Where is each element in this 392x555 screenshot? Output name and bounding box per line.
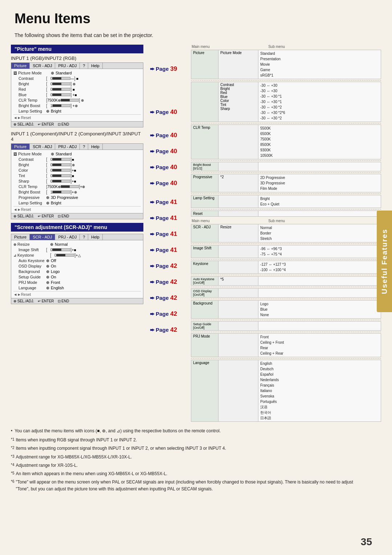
label-blue-1: Blue xyxy=(13,93,46,97)
tab-picture-3[interactable]: Picture xyxy=(11,234,30,240)
val-language: English xyxy=(51,286,64,290)
slider-blue-1[interactable] xyxy=(52,93,70,96)
slider-boost-2[interactable] xyxy=(52,191,70,193)
panel1-footer: ⊕ SEL./ADJ. ↵ ENTER ⊡ END xyxy=(11,121,143,127)
icon-b2: ⊕ xyxy=(72,163,75,167)
slider-sharp-2[interactable] xyxy=(52,180,70,183)
slider-tint-2[interactable] xyxy=(52,174,70,177)
panel1-header: Picture SCR - ADJ PRJ - ADJ ? Help xyxy=(11,63,143,69)
slider-imgshift[interactable] xyxy=(52,248,70,251)
opt-imgshift-2: -75 ↔ +75 *4 xyxy=(260,252,379,257)
slider-contrast-1[interactable] xyxy=(52,77,70,80)
label-tint-2: Tint xyxy=(13,174,46,178)
tree-picture-mode: Picture Picture Mode Standard Presentati… xyxy=(191,50,381,79)
tab-help-icon-1[interactable]: ? xyxy=(80,63,88,69)
page-title: Menu Items xyxy=(11,11,381,26)
label-contrast-1: Contrast xyxy=(13,76,46,81)
bullet-dot: • xyxy=(11,428,12,434)
val-prjmode: Front xyxy=(51,280,60,285)
slider-bright-1[interactable] xyxy=(52,82,70,85)
row-progressive-2: Progressive ⊕ 3D Progressive xyxy=(13,195,141,200)
tree-language: Language English Deutsch Español Nederla… xyxy=(191,360,381,422)
sub-contrast: Contrast xyxy=(220,83,256,87)
opt-sharp-range: -30 ↔ +30 *2 xyxy=(260,115,379,121)
opt-bright-range: -30 ↔ +30 xyxy=(260,88,379,94)
tree-imageshift: Image Shift -96 ↔ +96 *3 -75 ↔ +75 *4 xyxy=(191,245,381,258)
slider-keystone[interactable] xyxy=(56,254,74,257)
slider-boost-1[interactable] xyxy=(52,104,70,107)
row-lamp-2: Lamp Setting ⊕ Bright xyxy=(13,200,141,205)
label-sharp-2: Sharp xyxy=(13,179,46,183)
icon-language: ⊕ xyxy=(46,286,49,290)
slider-bright-2[interactable] xyxy=(52,163,70,166)
val-autokey: Off xyxy=(51,258,56,263)
row-osd: OSD Display ⊕ On xyxy=(13,264,141,269)
page-arrow-41-4: ➨ Page 41 xyxy=(150,246,184,254)
opt-stretch: Stretch xyxy=(260,236,379,241)
label-bright-2: Bright xyxy=(13,163,46,167)
tree-opts-picture-mode: Standard Presentation Movie Game sRGB*1 xyxy=(258,50,381,79)
page-arrow-40-5: ➨ Page 40 xyxy=(150,180,184,187)
page-number: 35 xyxy=(361,536,372,548)
picture-panel-2: Picture SCR - ADJ PRJ - ADJ ? Help 🖼 Pic… xyxy=(11,143,143,219)
sub-red: Red xyxy=(220,91,256,95)
icon-prog-2: ⊕ xyxy=(46,195,49,200)
opt-standard: Standard xyxy=(260,51,379,56)
tab-picture-2[interactable]: Picture xyxy=(11,144,30,150)
slider-color-2[interactable] xyxy=(52,169,70,172)
tree-opts-resize: Normal Border Stretch xyxy=(258,224,381,242)
tree-opts-language: English Deutsch Español Nederlands Franç… xyxy=(258,360,381,421)
slider-clr-1[interactable] xyxy=(61,99,79,102)
slider-clr-2[interactable] xyxy=(61,185,79,188)
opt-tint-range: -30 ↔ +30 *2*6 xyxy=(260,110,379,115)
page-label-41-1: Page 41 xyxy=(156,199,177,206)
input2-label: INPUT 1 (Component)/INPUT 2 (Component)/… xyxy=(11,131,143,142)
page-arrow-41-3: ➨ Page 41 xyxy=(150,230,184,238)
divider-12 xyxy=(191,320,381,320)
tree-reset: Reset xyxy=(191,211,381,217)
note-2: *2 Items when inputting component signal… xyxy=(11,445,363,452)
slider-end-contrast-1: — xyxy=(70,77,74,81)
opt-3d-prog: 3D Progressive xyxy=(260,180,379,186)
page-arrow-40-1: ➨ Page 40 xyxy=(150,109,184,116)
screen-menu-header: "Screen adjustment (SCR-ADJ)" menu xyxy=(11,223,143,232)
label-language: Language xyxy=(13,286,46,290)
opt-logo: Logo xyxy=(260,301,379,307)
right-tab-label: Useful Features xyxy=(380,229,389,294)
opt-movie: Movie xyxy=(260,62,379,67)
tab-help-icon-3[interactable]: ? xyxy=(80,234,88,240)
tree-opts-boost xyxy=(258,162,381,171)
tab-prj-adj-1[interactable]: PRJ - ADJ xyxy=(55,63,80,69)
tab-help-2[interactable]: Help xyxy=(88,144,103,150)
tree-sub-sliders: Contrast Bright Red Blue Color Tint Shar… xyxy=(219,82,258,122)
tab-help-icon-2[interactable]: ? xyxy=(80,144,88,150)
tree-main-progressive: Progressive xyxy=(191,174,219,192)
opt-francais: Français xyxy=(260,383,379,388)
tree-sub-imgshift xyxy=(219,245,258,258)
tab-help-1[interactable]: Help xyxy=(88,63,103,69)
opt-presentation: Presentation xyxy=(260,56,379,62)
tab-help-3[interactable]: Help xyxy=(88,234,103,240)
tab-prj-adj-2[interactable]: PRJ - ADJ xyxy=(55,144,80,150)
tab-scr-adj-1[interactable]: SCR - ADJ xyxy=(30,63,55,69)
tree-sub-autokey: *5 xyxy=(219,277,258,285)
note-num-4: *4 xyxy=(11,462,14,469)
icon-col2: +■ xyxy=(72,168,76,172)
val-osd: On xyxy=(51,264,56,268)
slider-contrast-2[interactable] xyxy=(52,158,70,161)
tree-opts-background: Logo Blue None xyxy=(258,301,381,318)
tab-prj-adj-3[interactable]: PRJ - ADJ xyxy=(55,234,80,240)
tree-lamp: Lamp Setting Bright Eco + Quiet xyxy=(191,195,381,208)
divider-5 xyxy=(191,193,381,194)
slider-red-1[interactable] xyxy=(52,88,70,91)
tab-scr-adj-3[interactable]: SCR - ADJ xyxy=(30,234,55,240)
icon-prjmode: ⊕ xyxy=(46,280,49,285)
useful-features-tab[interactable]: Useful Features xyxy=(377,211,392,312)
opt-game: Game xyxy=(260,67,379,73)
val-clr-1: 7500K xyxy=(47,98,58,102)
tab-picture-1[interactable]: Picture xyxy=(11,63,30,69)
label-setupguide: Setup Guide xyxy=(13,275,46,279)
tab-scr-adj-2[interactable]: SCR - ADJ xyxy=(30,144,55,150)
tree-main-imgshift: Image Shift xyxy=(191,245,219,258)
tree-background: Background Logo Blue None xyxy=(191,300,381,319)
